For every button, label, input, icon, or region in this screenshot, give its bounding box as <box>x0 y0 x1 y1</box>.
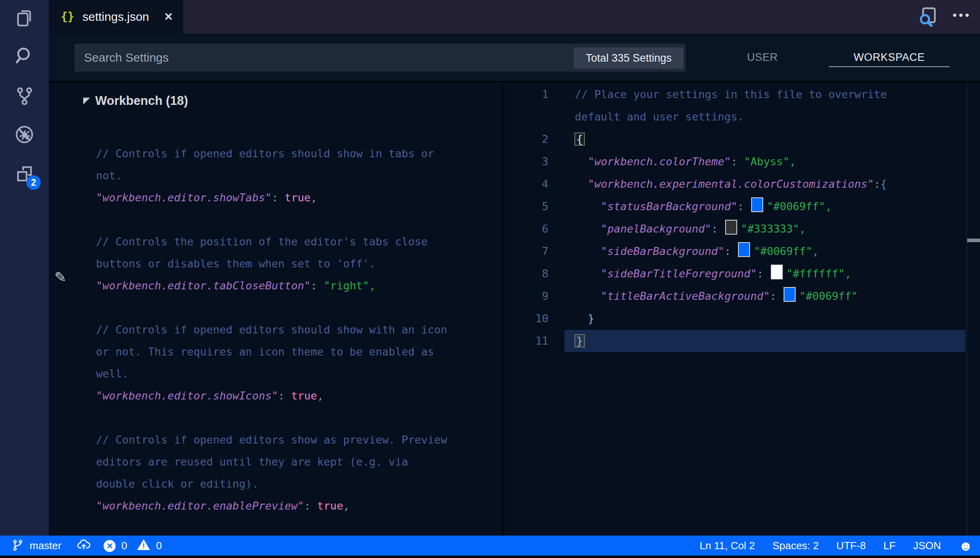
explorer-icon[interactable] <box>14 8 35 29</box>
editor-line[interactable]: 11} <box>504 330 980 352</box>
default-setting-line[interactable]: // Controls if opened editors show as pr… <box>96 429 447 451</box>
default-setting-line[interactable]: or not. This requires an icon theme to b… <box>96 341 447 363</box>
extensions-count-badge: 2 <box>26 175 41 190</box>
default-setting-line[interactable]: "workbench.editor.tabCloseButton": "righ… <box>96 275 447 297</box>
color-swatch[interactable] <box>738 242 750 257</box>
editor-line[interactable]: 5 "statusBarBackground": "#0069ff", <box>504 195 980 218</box>
code-token: "workbench.editor.showTabs" <box>96 191 272 204</box>
git-branch-icon[interactable] <box>11 539 24 552</box>
editor-tab-bar: {} settings.json ✕ ••• <box>49 0 980 34</box>
collapse-arrow-icon[interactable] <box>83 98 90 104</box>
code-token: double click or editing). <box>96 478 258 490</box>
default-setting-line[interactable]: buttons or disables them when set to 'of… <box>96 253 447 275</box>
errors-icon[interactable]: ✕ <box>104 539 116 552</box>
indentation-setting[interactable]: Spaces: 2 <box>772 540 819 552</box>
code-token: "workbench.colorTheme" <box>588 155 731 168</box>
line-number: 5 <box>504 195 548 218</box>
line-number: 11 <box>504 330 548 352</box>
encoding-setting[interactable]: UTF-8 <box>836 540 866 552</box>
active-tab-underline <box>829 66 950 67</box>
code-token: "right" <box>324 279 369 292</box>
editor-line[interactable]: 4 "workbench.experimental.colorCustomiza… <box>504 173 980 195</box>
search-placeholder: Search Settings <box>84 44 169 72</box>
window-bottom-edge <box>0 556 980 558</box>
editor-line[interactable]: 6 "panelBackground": "#333333", <box>504 218 980 240</box>
feedback-smiley-icon[interactable]: ☻ <box>958 536 973 556</box>
editor-line[interactable]: 2{ <box>504 128 980 151</box>
settings-json-editor[interactable]: 1// Place your settings in this file to … <box>504 83 980 536</box>
default-settings-code[interactable]: // Controls if opened editors should sho… <box>96 143 447 517</box>
code-token: "Abyss" <box>744 155 790 168</box>
warnings-icon[interactable]: ! <box>137 538 150 553</box>
default-setting-line[interactable]: not. <box>96 165 447 187</box>
default-setting-line[interactable]: // Controls if opened editors should sho… <box>96 143 447 165</box>
code-token: "workbench.editor.showIcons" <box>96 389 278 402</box>
debug-disabled-icon[interactable] <box>14 124 35 145</box>
line-content: "sideBarBackground": "#0069ff", <box>575 240 819 263</box>
editor-line[interactable]: 3 "workbench.colorTheme": "Abyss", <box>504 151 980 173</box>
eol-setting[interactable]: LF <box>884 540 896 552</box>
default-setting-line[interactable]: "workbench.editor.enablePreview": true, <box>96 495 447 517</box>
warnings-count[interactable]: 0 <box>156 540 162 552</box>
code-token: "#ffffff" <box>786 267 845 280</box>
default-settings-pane[interactable]: Workbench (18) ✎ // Controls if opened e… <box>49 84 502 536</box>
default-setting-line[interactable]: editors are reused until they are kept (… <box>96 451 447 473</box>
tab-workspace-settings[interactable]: WORKSPACE SETTINGS <box>829 34 950 81</box>
editor-line[interactable]: 9 "titleBarActiveBackground": "#0069ff" <box>504 285 980 307</box>
line-number: 10 <box>504 307 548 330</box>
color-swatch[interactable] <box>771 265 783 279</box>
code-token: : <box>711 223 724 235</box>
default-setting-line[interactable]: well. <box>96 363 447 385</box>
editor-line[interactable]: default and user settings. <box>504 106 980 128</box>
more-actions-icon[interactable]: ••• <box>952 0 971 30</box>
status-bar: master ✕ 0 ! 0 Ln 11, Col 2 Spaces: 2 UT… <box>0 536 980 556</box>
sync-cloud-icon[interactable] <box>76 537 91 554</box>
settings-header: Search Settings Total 335 Settings USER … <box>49 34 980 82</box>
code-token: "panelBackground" <box>601 223 711 235</box>
code-token: : <box>304 500 317 512</box>
default-setting-line[interactable] <box>96 297 447 319</box>
edit-pencil-icon[interactable]: ✎ <box>54 269 66 286</box>
settings-group-header[interactable]: Workbench (18) <box>95 94 188 108</box>
default-setting-line[interactable]: // Controls if opened editors should sho… <box>96 319 447 341</box>
errors-count[interactable]: 0 <box>121 540 127 552</box>
color-swatch[interactable] <box>751 197 763 212</box>
default-setting-line[interactable]: "workbench.editor.showIcons": true, <box>96 385 447 407</box>
code-token: "workbench.editor.enablePreview" <box>96 500 304 512</box>
code-token: // Controls if opened editors show as pr… <box>96 434 447 446</box>
code-token <box>575 312 588 325</box>
open-preview-icon[interactable] <box>916 6 938 28</box>
editor-code[interactable]: 1// Place your settings in this file to … <box>504 83 980 352</box>
default-setting-line[interactable]: // Controls the position of the editor's… <box>96 231 447 253</box>
code-token: , <box>845 267 851 280</box>
tab-settings-json[interactable]: {} settings.json ✕ <box>49 0 183 34</box>
search-settings-input[interactable]: Search Settings Total 335 Settings <box>74 44 686 72</box>
overview-ruler-marker[interactable] <box>967 239 980 242</box>
git-branch-name[interactable]: master <box>30 540 61 552</box>
source-control-icon[interactable] <box>14 86 35 106</box>
code-token: "#0069ff" <box>754 245 812 257</box>
default-setting-line[interactable]: double click or editing). <box>96 473 447 495</box>
cursor-position[interactable]: Ln 11, Col 2 <box>700 540 755 552</box>
editor-line[interactable]: 1// Place your settings in this file to … <box>504 83 980 106</box>
code-token: "statusBarBackground" <box>601 200 737 213</box>
json-file-icon: {} <box>61 0 74 34</box>
search-icon[interactable] <box>14 45 35 66</box>
default-setting-line[interactable] <box>96 209 447 231</box>
tab-close-icon[interactable]: ✕ <box>164 0 173 34</box>
line-content: // Place your settings in this file to o… <box>575 83 887 106</box>
editor-line[interactable]: 8 "sideBarTitleForeground": "#ffffff", <box>504 263 980 285</box>
code-token: : <box>874 178 880 190</box>
default-setting-line[interactable] <box>96 407 447 429</box>
default-setting-line[interactable]: "workbench.editor.showTabs": true, <box>96 187 447 209</box>
code-token: // Place your settings in this file to o… <box>575 88 887 100</box>
language-mode[interactable]: JSON <box>913 540 941 552</box>
color-swatch[interactable] <box>725 220 737 235</box>
color-swatch[interactable] <box>784 287 796 302</box>
tab-user-settings[interactable]: USER SETTINGS <box>720 34 805 81</box>
line-number: 6 <box>504 218 548 240</box>
code-token: : <box>278 389 291 402</box>
code-token: true <box>284 191 310 204</box>
editor-line[interactable]: 10 } <box>504 307 980 330</box>
editor-line[interactable]: 7 "sideBarBackground": "#0069ff", <box>504 240 980 263</box>
